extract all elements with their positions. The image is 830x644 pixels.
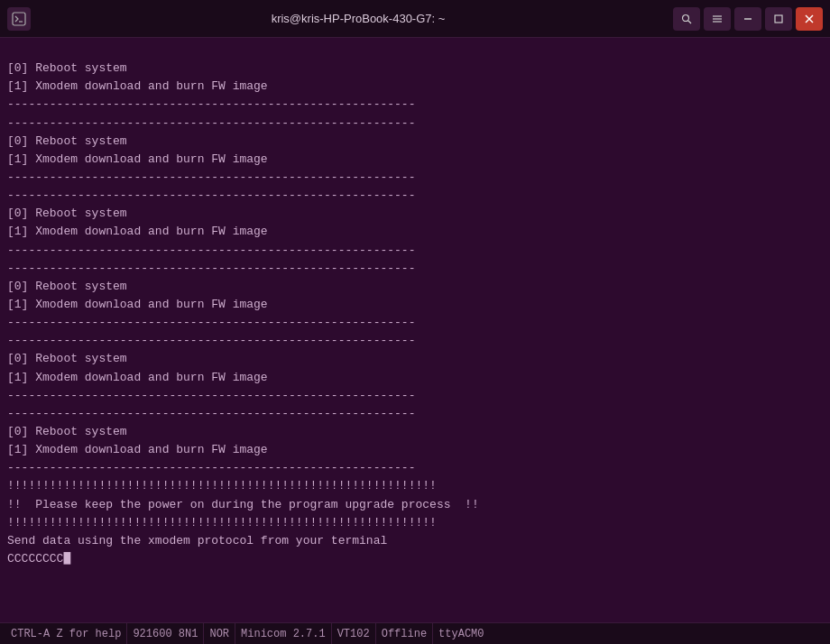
terminal-line: ----------------------------------------…	[7, 187, 823, 205]
terminal-line: !!!!!!!!!!!!!!!!!!!!!!!!!!!!!!!!!!!!!!!!…	[7, 514, 823, 532]
terminal-line: Send data using the xmodem protocol from…	[7, 532, 823, 550]
hamburger-icon	[712, 14, 723, 24]
status-item: 921600 8N1	[127, 623, 204, 644]
svg-rect-8	[775, 15, 782, 23]
app-icon	[7, 7, 31, 31]
maximize-button[interactable]	[765, 7, 792, 31]
terminal-line: [0] Reboot system	[7, 133, 823, 151]
terminal-line: [0] Reboot system	[7, 60, 823, 78]
terminal-line: [0] Reboot system	[7, 205, 823, 223]
status-item: CTRL-A Z for help	[5, 623, 127, 644]
terminal-icon	[12, 12, 26, 26]
svg-rect-0	[13, 13, 25, 25]
terminal-line: ----------------------------------------…	[7, 242, 823, 260]
terminal-line: [0] Reboot system	[7, 423, 823, 441]
terminal-line: ----------------------------------------…	[7, 332, 823, 350]
terminal-line: ----------------------------------------…	[7, 459, 823, 477]
terminal-line: [1] Xmodem download and burn FW image	[7, 78, 823, 96]
terminal-line: [0] Reboot system	[7, 278, 823, 296]
window-title: kris@kris-HP-ProBook-430-G7: ~	[43, 12, 673, 25]
terminal-line: [1] Xmodem download and burn FW image	[7, 223, 823, 241]
menu-button[interactable]	[704, 7, 731, 31]
terminal-line: ----------------------------------------…	[7, 387, 823, 405]
status-item: VT102	[332, 623, 376, 644]
terminal-line: [1] Xmodem download and burn FW image	[7, 151, 823, 169]
terminal-line: !! Please keep the power on during the p…	[7, 496, 823, 514]
terminal-line: [1] Xmodem download and burn FW image	[7, 296, 823, 314]
close-icon	[804, 14, 815, 24]
window-controls	[673, 7, 823, 31]
status-item: Offline	[376, 623, 433, 644]
terminal-output[interactable]: [0] Reboot system[1] Xmodem download and…	[0, 38, 830, 622]
maximize-icon	[773, 14, 784, 24]
terminal-line: [0] Reboot system	[7, 350, 823, 368]
status-item: Minicom 2.7.1	[235, 623, 332, 644]
status-item: ttyACM0	[433, 623, 489, 644]
svg-point-2	[683, 14, 689, 21]
terminal-line: [1] Xmodem download and burn FW image	[7, 441, 823, 459]
terminal-line: !!!!!!!!!!!!!!!!!!!!!!!!!!!!!!!!!!!!!!!!…	[7, 477, 823, 495]
close-button[interactable]	[796, 7, 823, 31]
terminal-line: CCCCCCCC█	[7, 550, 823, 568]
terminal-line: ----------------------------------------…	[7, 115, 823, 133]
terminal-line: ----------------------------------------…	[7, 260, 823, 278]
status-item: NOR	[204, 623, 235, 644]
search-button[interactable]	[673, 7, 700, 31]
terminal-line: ----------------------------------------…	[7, 405, 823, 423]
titlebar-left	[7, 7, 43, 31]
minimize-button[interactable]	[734, 7, 761, 31]
minimize-icon	[742, 14, 753, 24]
terminal-line: ----------------------------------------…	[7, 169, 823, 187]
titlebar: kris@kris-HP-ProBook-430-G7: ~	[0, 0, 830, 38]
terminal-line: ----------------------------------------…	[7, 314, 823, 332]
terminal-line: [1] Xmodem download and burn FW image	[7, 369, 823, 387]
status-bar: CTRL-A Z for help921600 8N1NORMinicom 2.…	[0, 622, 830, 644]
terminal-line: ----------------------------------------…	[7, 96, 823, 114]
svg-line-3	[688, 21, 691, 23]
search-icon	[681, 14, 692, 24]
